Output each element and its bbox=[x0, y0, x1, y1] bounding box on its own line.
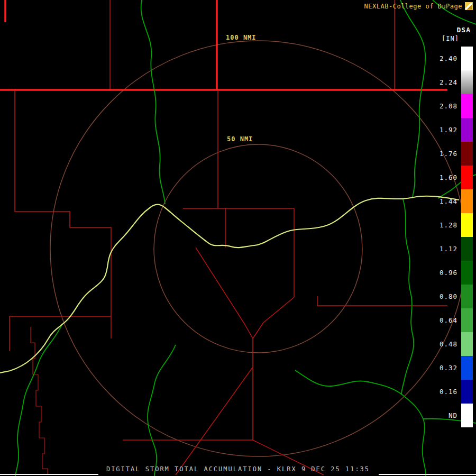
colorbar-level: 2.08 bbox=[429, 94, 473, 118]
colorbar-swatch bbox=[461, 94, 473, 118]
colorbar-swatch bbox=[461, 189, 473, 213]
colorbar-swatch bbox=[461, 380, 473, 404]
state-borders bbox=[0, 0, 447, 90]
brand-text: NEXLAB-College of DuPage bbox=[364, 3, 462, 10]
colorbar-value-label: 0.96 bbox=[429, 269, 461, 277]
colorbar-swatch bbox=[461, 118, 473, 142]
colorbar-level: ND bbox=[429, 404, 473, 427]
colorbar-value-label: 1.44 bbox=[429, 197, 461, 205]
colorbar-level: 2.40 bbox=[429, 47, 473, 70]
colorbar-level: 1.12 bbox=[429, 237, 473, 261]
colorbar-level: 1.28 bbox=[429, 213, 473, 237]
county-border-line bbox=[253, 297, 294, 338]
range-ring-label-100: 100 NMI bbox=[226, 34, 257, 41]
range-ring-label-50: 50 NMI bbox=[227, 135, 253, 143]
units-label: [IN] bbox=[442, 35, 459, 42]
colorbar-swatch bbox=[461, 70, 473, 94]
river-line bbox=[400, 0, 425, 198]
colorbar-level: 0.64 bbox=[429, 308, 473, 332]
colorbar-value-label: 1.60 bbox=[429, 173, 461, 181]
colorbar-value-label: 0.32 bbox=[429, 364, 461, 372]
colorbar-level: 1.60 bbox=[429, 166, 473, 189]
colorbar-swatch bbox=[461, 166, 473, 189]
river-line bbox=[15, 324, 62, 476]
colorbar-value-label: 0.80 bbox=[429, 292, 461, 300]
colorbar-value-label: ND bbox=[429, 411, 461, 419]
river-line bbox=[148, 345, 176, 476]
colorbar-value-label: 0.64 bbox=[429, 316, 461, 324]
colorbar-value-label: 0.16 bbox=[429, 388, 461, 396]
range-ring-50 bbox=[154, 144, 362, 353]
rivers bbox=[15, 0, 476, 476]
colorbar-level: 0.16 bbox=[429, 380, 473, 404]
colorbar-swatch bbox=[461, 308, 473, 332]
county-border-steps bbox=[31, 327, 48, 475]
county-border-line bbox=[196, 248, 253, 338]
county-border-line bbox=[176, 367, 253, 475]
product-code: DSA bbox=[457, 26, 471, 34]
colorbar-swatch bbox=[461, 47, 473, 70]
county-border-line bbox=[317, 296, 447, 306]
colorbar-level: 0.80 bbox=[429, 285, 473, 308]
county-border-line bbox=[15, 91, 111, 338]
colorbar-swatch bbox=[461, 332, 473, 356]
colorbar-level: 0.32 bbox=[429, 356, 473, 380]
colorbar-value-label: 1.12 bbox=[429, 245, 461, 253]
colorbar-value-label: 1.28 bbox=[429, 221, 461, 229]
colorbar-swatch bbox=[461, 261, 473, 285]
river-line bbox=[141, 0, 165, 204]
colorbar-value-label: 1.76 bbox=[429, 150, 461, 158]
river-line bbox=[295, 370, 426, 476]
radar-display: 100 NMI 50 NMI NEXLAB-College of DuPage … bbox=[0, 0, 476, 476]
colorbar-swatch bbox=[461, 404, 473, 427]
colorbar-level: 1.92 bbox=[429, 118, 473, 142]
colorbar-level: 2.24 bbox=[429, 70, 473, 94]
colorbar-swatch bbox=[461, 213, 473, 237]
county-borders bbox=[10, 0, 447, 475]
colorbar-value-label: 0.48 bbox=[429, 340, 461, 348]
radar-map bbox=[0, 0, 476, 476]
colorbar-value-label: 2.08 bbox=[429, 102, 461, 110]
highlighted-river bbox=[0, 196, 459, 373]
colorbar-level: 1.76 bbox=[429, 142, 473, 166]
cod-logo-icon bbox=[465, 2, 473, 10]
colorbar-swatch bbox=[461, 237, 473, 261]
colorbar-level: 1.44 bbox=[429, 189, 473, 213]
colorbar: 2.402.242.081.921.761.601.441.281.120.96… bbox=[429, 47, 473, 427]
river-line bbox=[401, 199, 414, 395]
colorbar-swatch bbox=[461, 356, 473, 380]
colorbar-level: 0.48 bbox=[429, 332, 473, 356]
colorbar-swatch bbox=[461, 285, 473, 308]
colorbar-value-label: 2.24 bbox=[429, 78, 461, 86]
colorbar-swatch bbox=[461, 142, 473, 166]
colorbar-value-label: 1.92 bbox=[429, 126, 461, 134]
product-title: DIGITAL STORM TOTAL ACCUMULATION - KLRX … bbox=[0, 465, 476, 473]
colorbar-value-label: 2.40 bbox=[429, 54, 461, 62]
colorbar-level: 0.96 bbox=[429, 261, 473, 285]
highlighted-river-line bbox=[0, 196, 459, 373]
